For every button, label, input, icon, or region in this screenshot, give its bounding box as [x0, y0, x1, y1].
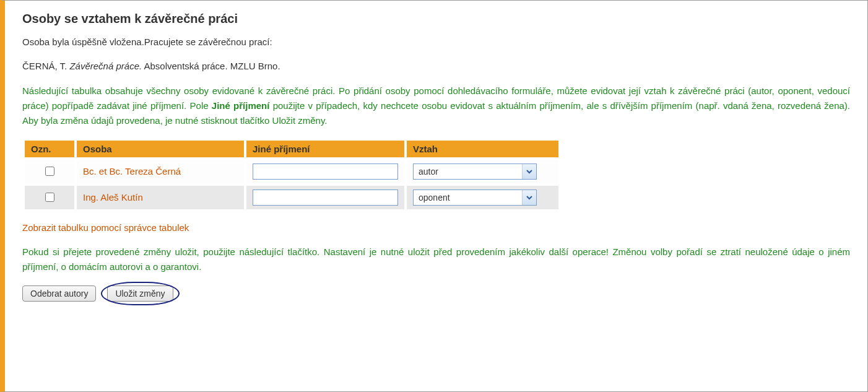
table-row: Bc. et Bc. Tereza Černá autor [25, 160, 558, 183]
person-name-link[interactable]: Ing. Aleš Kutín [83, 192, 143, 203]
chevron-down-icon[interactable] [522, 164, 536, 179]
citation: ČERNÁ, T. Závěrečná práce. Absolventská … [22, 59, 850, 73]
other-surname-input[interactable] [253, 189, 398, 206]
th-vztah: Vztah [407, 141, 558, 157]
relation-select[interactable]: oponent [413, 189, 537, 206]
table-manager-link[interactable]: Zobrazit tabulku pomocí správce tabulek [22, 222, 189, 233]
row-checkbox[interactable] [45, 193, 54, 202]
row-checkbox[interactable] [45, 167, 54, 176]
other-surname-input[interactable] [253, 163, 398, 180]
remove-authors-button[interactable]: Odebrat autory [22, 285, 96, 302]
relation-value: autor [414, 164, 522, 179]
citation-author: ČERNÁ, T. [22, 61, 67, 71]
relation-value: oponent [414, 190, 522, 205]
status-line: Osoba byla úspěšně vložena.Pracujete se … [22, 35, 850, 49]
save-highlight: Uložit změny [107, 285, 173, 302]
th-jine: Jiné příjmení [246, 141, 404, 157]
save-changes-button[interactable]: Uložit změny [107, 285, 173, 302]
instructions-1: Následující tabulka obsahuje všechny oso… [22, 84, 850, 128]
citation-rest: Absolventská práce. MZLU Brno. [144, 61, 280, 71]
th-ozn: Ozn. [25, 141, 74, 157]
instructions-1-bold: Jiné příjmení [212, 100, 270, 111]
person-name-link[interactable]: Bc. et Bc. Tereza Černá [83, 166, 181, 176]
persons-table: Ozn. Osoba Jiné příjmení Vztah Bc. et Bc… [22, 138, 561, 212]
citation-title: Závěrečná práce. [69, 61, 142, 71]
chevron-down-icon[interactable] [522, 190, 536, 205]
page-title: Osoby se vztahem k závěrečné práci [22, 12, 850, 26]
relation-select[interactable]: autor [413, 163, 537, 180]
thesis-persons-panel: Osoby se vztahem k závěrečné práci Osoba… [0, 0, 868, 392]
table-row: Ing. Aleš Kutín oponent [25, 186, 558, 209]
button-row: Odebrat autory Uložit změny [22, 285, 850, 302]
instructions-2: Pokud si přejete provedené změny uložit,… [22, 245, 850, 274]
th-osoba: Osoba [77, 141, 244, 157]
